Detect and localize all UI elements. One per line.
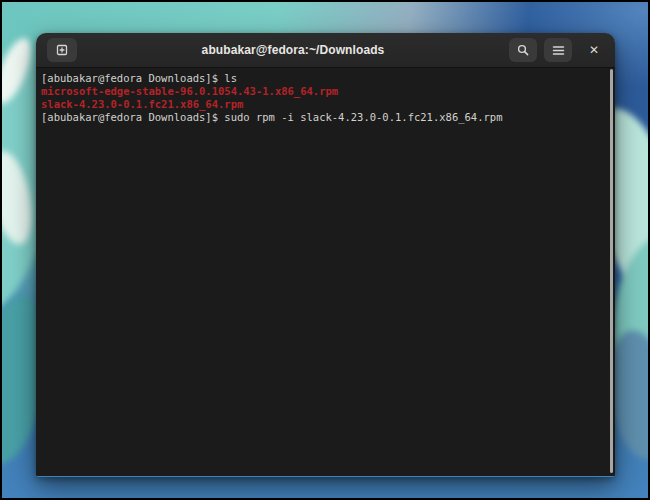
- close-icon: ✕: [589, 44, 599, 56]
- window-title: abubakar@fedora:~/Downloads: [77, 43, 509, 57]
- menu-button[interactable]: [544, 38, 572, 62]
- close-button[interactable]: ✕: [581, 38, 607, 62]
- tab-new-icon: [55, 43, 69, 57]
- terminal-content-area[interactable]: [abubakar@fedora Downloads]$ ls microsof…: [36, 68, 615, 476]
- terminal-line: microsoft-edge-stable-96.0.1054.43-1.x86…: [41, 85, 613, 98]
- terminal-line: [abubakar@fedora Downloads]$ ls: [41, 72, 613, 85]
- search-button[interactable]: [509, 38, 537, 62]
- terminal-line: slack-4.23.0-0.1.fc21.x86_64.rpm: [41, 98, 613, 111]
- scrollbar-thumb[interactable]: [610, 69, 613, 473]
- new-tab-button[interactable]: [47, 38, 77, 62]
- terminal-window: abubakar@fedora:~/Downloads ✕ [: [36, 33, 615, 477]
- hamburger-menu-icon: [552, 45, 565, 56]
- terminal-line: [abubakar@fedora Downloads]$ sudo rpm -i…: [41, 111, 613, 124]
- terminal-titlebar[interactable]: abubakar@fedora:~/Downloads ✕: [36, 33, 615, 68]
- search-icon: [516, 43, 530, 57]
